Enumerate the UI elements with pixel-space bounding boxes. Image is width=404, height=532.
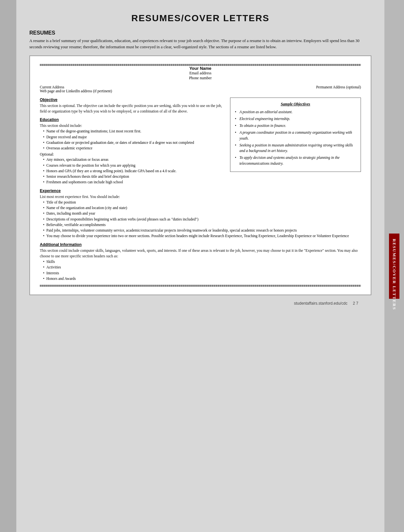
experience-list: Title of the position Name of the organi… [40, 200, 361, 239]
resume-box: Your Name Email address Phone number Cur… [29, 55, 371, 296]
education-optional-list: Any minors, specialization or focus area… [40, 157, 225, 185]
experience-item: Paid jobs, internships, volunteer commun… [43, 228, 361, 233]
sample-objectives-title: Sample Objectives [235, 102, 356, 107]
sample-objective-item: To apply decision and systems analysis t… [235, 155, 356, 166]
sample-objectives-box: Sample Objectives A position as an edito… [230, 98, 361, 172]
education-item: Name of the degree-granting institutions… [43, 129, 225, 134]
current-address: Current Address Web page and/or LinkedIn… [40, 85, 112, 93]
additional-info-item: Interests [43, 270, 361, 276]
resumes-intro: A resume is a brief summary of your qual… [29, 38, 371, 50]
experience-item: Dates, including month and year [43, 211, 361, 216]
bottom-deco-line [40, 285, 361, 287]
resume-right-col: Sample Objectives A position as an edito… [230, 98, 361, 189]
education-item: Degree received and major [43, 134, 225, 140]
page-title: RESUMES/COVER LETTERS [29, 13, 371, 23]
address-row: Current Address Web page and/or LinkedIn… [40, 85, 361, 93]
experience-intro: List most recent experience first. You s… [40, 194, 361, 200]
additional-info-item: Honors and Awards [43, 276, 361, 281]
sample-objective-item: Electrical engineering internship. [235, 116, 356, 122]
resume-header: Your Name Email address Phone number [40, 66, 361, 81]
experience-title: Experience [40, 189, 361, 193]
additional-info-text: This section could include computer skil… [40, 248, 361, 259]
sample-objective-item: A program coordinator position in a comm… [235, 130, 356, 141]
sidebar-label: RESUMES/COVER LETTERS [389, 234, 399, 299]
page-wrapper: RESUMES/COVER LETTERS RESUMES A resume i… [0, 0, 404, 532]
additional-info-item: Activities [43, 265, 361, 270]
experience-item: Name of the organization and location (c… [43, 205, 361, 211]
experience-item: Title of the position [43, 200, 361, 205]
education-optional-item: Senior research/honors thesis title and … [43, 174, 225, 179]
objective-section: Objective This section is optional. The … [40, 98, 225, 114]
sample-objectives-list: A position as an editorial assistant. El… [235, 109, 356, 166]
sample-objective-item: A position as an editorial assistant. [235, 109, 356, 115]
resume-name: Your Name [40, 66, 361, 71]
permanent-address: Permanent Address (optional) [316, 85, 361, 93]
experience-item: Believable, verifiable accomplishments [43, 222, 361, 228]
education-item: Graduation date or projected graduation … [43, 140, 225, 145]
education-item: Overseas academic experience [43, 145, 225, 151]
sample-objective-item: To obtain a position in finance. [235, 123, 356, 129]
optional-label: Optional: [40, 152, 225, 156]
education-optional-item: Any minors, specialization or focus area… [43, 157, 225, 162]
education-optional-item: Courses relevant to the position for whi… [43, 163, 225, 168]
education-list: Name of the degree-granting institutions… [40, 129, 225, 151]
education-optional-item: Freshmen and sophomores can include high… [43, 179, 225, 185]
current-address-sub: Web page and/or LinkedIn address (if per… [40, 89, 112, 93]
experience-section: Experience List most recent experience f… [40, 189, 361, 239]
right-sidebar: RESUMES/COVER LETTERS [384, 0, 404, 532]
experience-item: You may choose to divide your experience… [43, 233, 361, 239]
current-address-label: Current Address [40, 85, 112, 89]
main-content: RESUMES/COVER LETTERS RESUMES A resume i… [16, 0, 384, 532]
footer-url: studentaffairs.stanford.edu/cdc [294, 301, 348, 306]
additional-info-section: Additional Information This section coul… [40, 242, 361, 282]
resume-left-col: Objective This section is optional. The … [40, 98, 225, 189]
education-title: Education [40, 117, 225, 122]
sample-objective-item: Seeking a position in museum administrat… [235, 143, 356, 154]
page-footer: studentaffairs.stanford.edu/cdc 2 7 [29, 298, 371, 308]
footer-page: 2 7 [353, 301, 358, 306]
education-intro: This section should include: [40, 123, 225, 129]
additional-info-title: Additional Information [40, 242, 361, 247]
additional-info-item: Skills [43, 259, 361, 265]
additional-info-list: Skills Activities Interests Honors and A… [40, 259, 361, 281]
objective-title: Objective [40, 98, 225, 102]
left-decorative-column [0, 0, 16, 532]
education-optional-item: Honors and GPA (if they are a strong sel… [43, 168, 225, 174]
objective-text: This section is optional. The objective … [40, 103, 225, 114]
permanent-address-label: Permanent Address (optional) [316, 85, 361, 89]
resume-phone: Phone number [40, 76, 361, 81]
education-section: Education This section should include: N… [40, 117, 225, 185]
resumes-heading: RESUMES [29, 30, 371, 36]
resume-email: Email address [40, 71, 361, 76]
resume-two-col: Objective This section is optional. The … [40, 98, 361, 189]
experience-item: Descriptions of responsibilities beginni… [43, 217, 361, 222]
